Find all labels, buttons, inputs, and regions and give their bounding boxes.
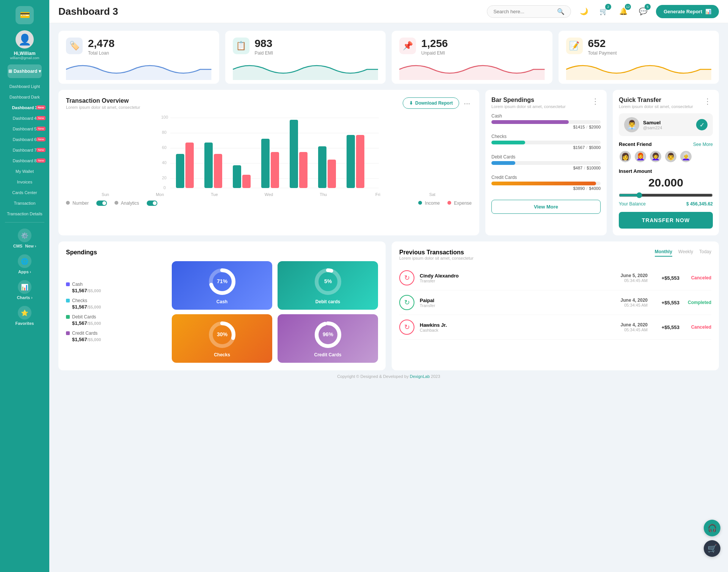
credit-donut-label: Credit Cards <box>314 352 341 357</box>
debit-color-dot <box>66 315 70 319</box>
total-loan-label: Total Loan <box>88 50 115 56</box>
checks-total: $5000 <box>589 145 601 150</box>
sidebar-item-my-wallet[interactable]: My Wallet <box>0 166 49 177</box>
legend-number: Number <box>66 201 89 206</box>
sidebar-item-transaction[interactable]: Transaction <box>0 198 49 208</box>
tab-monthly[interactable]: Monthly <box>655 249 672 257</box>
bell-badge: 12 <box>625 4 631 10</box>
download-report-button[interactable]: ⬇ Download Report <box>403 97 459 109</box>
download-report-label: Download Report <box>415 100 453 106</box>
svg-text:0: 0 <box>163 185 166 190</box>
svg-text:30%: 30% <box>217 331 228 337</box>
see-more-link[interactable]: See More <box>693 142 713 147</box>
cash-bar <box>491 120 569 124</box>
svg-rect-18 <box>261 139 270 188</box>
cms-badge: New <box>25 244 34 248</box>
sidebar-item-dashboard-5[interactable]: Dashboard 5 New <box>0 124 49 134</box>
tx-item-hawkins: ↻ Hawkins Jr. Cashback June 4, 2020 05:3… <box>399 315 711 340</box>
tx-name-paipal: Paipal <box>420 298 615 303</box>
charts-icon: 📊 <box>18 280 31 294</box>
legend-toggle[interactable] <box>96 201 107 206</box>
sidebar-item-dashboard-dark[interactable]: Dashboard Dark <box>0 92 49 102</box>
sidebar-item-transaction-details[interactable]: Transaction Details <box>0 208 49 219</box>
more-options-btn[interactable]: ··· <box>462 99 472 108</box>
sidebar-item-favorites[interactable]: ⭐ Favorites <box>0 303 49 329</box>
stat-card-paid-emi: 📋 983 Paid EMI <box>225 31 386 84</box>
tx-amount-paipal: +$5,553 <box>653 300 679 306</box>
sidebar-item-cms[interactable]: ⚙️ CMS New › <box>0 226 49 251</box>
bar-spendings-subtitle: Lorem ipsum dolor sit amet, consectetur <box>491 104 566 109</box>
arrow-icon: › <box>30 270 31 274</box>
friend-avatar-4[interactable]: 👨 <box>664 150 677 163</box>
nav-label: Dashboard Light <box>9 84 40 89</box>
sidebar-item-apps[interactable]: 🌐 Apps › <box>0 251 49 277</box>
svg-text:80: 80 <box>162 130 166 135</box>
credit-total: $4000 <box>589 186 601 191</box>
tx-type-paipal: Transfer <box>420 303 615 308</box>
svg-rect-21 <box>299 152 308 188</box>
sidebar-item-dashboard-3[interactable]: Dashboard 3 New <box>0 102 49 113</box>
checks-bar <box>491 141 525 144</box>
footer-brand[interactable]: DexignLab <box>410 374 430 379</box>
cms-icon: ⚙️ <box>18 229 31 242</box>
view-more-button[interactable]: View More <box>491 200 601 214</box>
sidebar-item-invoices[interactable]: Invoices <box>0 177 49 187</box>
number-dot <box>66 201 70 205</box>
tx-type-hawkins: Cashback <box>420 328 615 332</box>
bar-spendings-title: Bar Spendings <box>491 97 566 103</box>
friend-avatar-1[interactable]: 👩 <box>619 150 632 163</box>
amount-slider[interactable] <box>619 192 713 198</box>
sidebar-item-dashboard-6[interactable]: Dashboard 6 New <box>0 134 49 145</box>
spendings-list: Cash $1,567/$5,000 Checks $1,567/$5,000 … <box>66 261 166 363</box>
cash-color-dot <box>66 282 70 286</box>
search-box[interactable]: 🔍 <box>487 5 571 18</box>
grid-icon: ⊞ <box>8 69 12 74</box>
legend-toggle-2[interactable] <box>147 201 157 206</box>
quick-transfer-more-btn[interactable]: ⋮ <box>702 97 713 106</box>
cart-btn[interactable]: 🛒 2 <box>597 5 610 18</box>
total-loan-icon: 🏷️ <box>66 38 83 54</box>
dashboard-toggle-btn[interactable]: ⊞ Dashboard ▾ <box>8 64 42 78</box>
bar-spendings-more-btn[interactable]: ⋮ <box>590 97 601 106</box>
tab-today[interactable]: Today <box>699 249 711 257</box>
bell-btn[interactable]: 🔔 12 <box>617 5 630 18</box>
footer: Copyright © Designed & Developed by Dexi… <box>58 370 719 382</box>
transfer-now-button[interactable]: TRANSFER NOW <box>619 212 713 229</box>
friend-avatar-5[interactable]: 👩‍🦳 <box>679 150 692 163</box>
sidebar-item-charts[interactable]: 📊 Charts › <box>0 277 49 303</box>
friend-avatar-3[interactable]: 👩‍🦱 <box>649 150 662 163</box>
debit-label: Debit Cards <box>491 154 515 160</box>
nav-label: Dashboard 6 <box>13 137 37 142</box>
wallet-icon: 💳 <box>20 10 30 20</box>
badge-new: New <box>36 127 46 131</box>
tx-name-hawkins: Hawkins Jr. <box>420 322 615 328</box>
friend-avatar-2[interactable]: 👩‍🦰 <box>634 150 647 163</box>
transaction-overview-title: Transaction Overview <box>66 97 140 104</box>
tx-date-paipal: June 4, 2020 <box>621 298 648 303</box>
debit-donut-label: Debit cards <box>315 299 340 304</box>
theme-toggle-btn[interactable]: 🌙 <box>577 5 591 18</box>
nav-label: Dashboard 7 <box>13 148 37 152</box>
tx-icon-hawkins: ↻ <box>399 320 414 335</box>
sidebar-item-dashboard-8[interactable]: Dashboard 8 New <box>0 155 49 166</box>
tx-status-cindy: Canceled <box>685 275 711 281</box>
chat-btn[interactable]: 💬 5 <box>636 5 650 18</box>
sidebar-item-cards-center[interactable]: Cards Center <box>0 187 49 198</box>
sidebar-email: william@gmail.com <box>10 56 39 60</box>
support-btn[interactable]: 🎧 <box>704 520 720 536</box>
paid-emi-label: Paid EMI <box>255 50 273 56</box>
sidebar-item-dashboard-7[interactable]: Dashboard 7 New <box>0 145 49 155</box>
generate-report-button[interactable]: Generate Report 📊 <box>656 5 719 18</box>
nav-label: Dashboard 8 <box>13 158 37 163</box>
avatar: 👤 <box>16 30 34 49</box>
sidebar-item-dashboard-4[interactable]: Dashboard 4 New <box>0 113 49 124</box>
cart-float-btn[interactable]: 🛒 <box>704 540 720 557</box>
unpaid-emi-icon: 📌 <box>399 38 416 54</box>
apps-icon: 🌐 <box>18 254 31 268</box>
spendings-item-checks: Checks $1,567/$5,000 <box>66 298 166 310</box>
sidebar-item-dashboard-light[interactable]: Dashboard Light <box>0 81 49 92</box>
search-input[interactable] <box>493 9 554 14</box>
svg-rect-25 <box>356 135 364 188</box>
tab-weekly[interactable]: Weekly <box>678 249 693 257</box>
badge-new: New <box>36 137 46 141</box>
